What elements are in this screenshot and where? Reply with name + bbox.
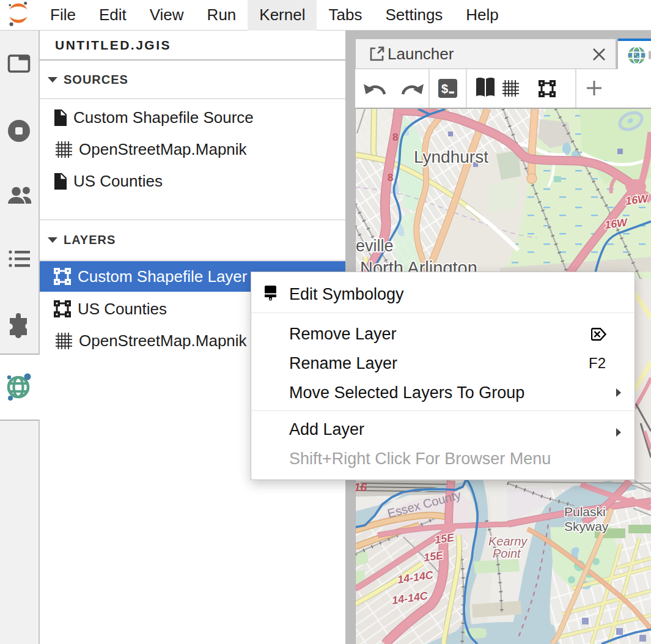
svg-text:$: $: [441, 82, 448, 95]
